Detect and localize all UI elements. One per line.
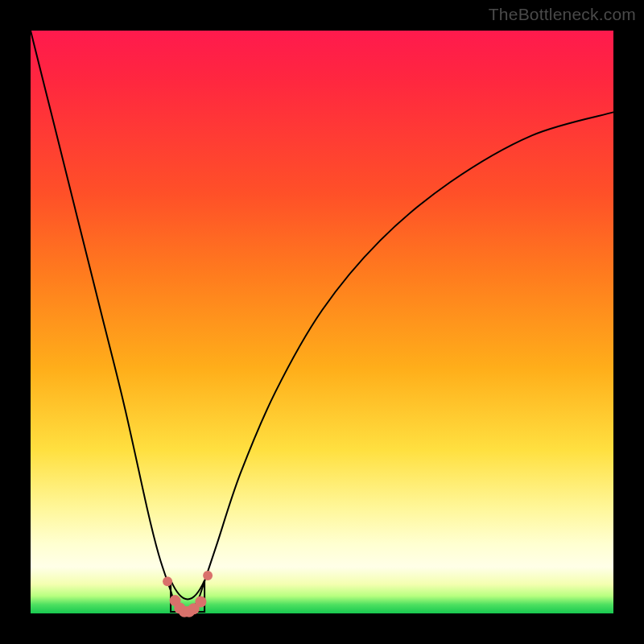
curve-path xyxy=(31,31,613,614)
trough-marker xyxy=(163,576,172,586)
bottleneck-curve xyxy=(31,31,613,613)
plot-area xyxy=(31,31,613,613)
trough-marker xyxy=(203,571,213,580)
watermark-text: TheBottleneck.com xyxy=(489,5,636,24)
chart-frame: TheBottleneck.com xyxy=(0,0,644,644)
trough-marker xyxy=(195,597,206,608)
trough-marker-group xyxy=(163,571,213,617)
